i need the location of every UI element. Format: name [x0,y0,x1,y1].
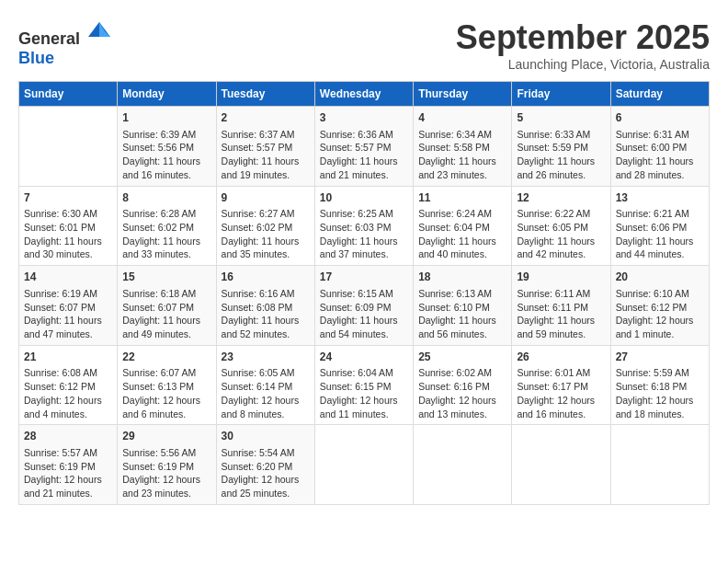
day-number: 26 [517,350,605,365]
week-row-3: 14Sunrise: 6:19 AMSunset: 6:07 PMDayligh… [19,266,710,346]
day-info-line: and 21 minutes. [24,487,112,500]
day-info-line: Sunrise: 6:08 AM [24,366,112,380]
day-info-line: Sunrise: 6:15 AM [320,287,408,301]
week-row-1: 1Sunrise: 6:39 AMSunset: 5:56 PMDaylight… [19,107,710,187]
day-info-line: Daylight: 11 hours [320,155,408,168]
day-info-line: and 40 minutes. [418,247,506,261]
day-info-line: Sunset: 5:58 PM [418,141,506,155]
calendar-cell: 7Sunrise: 6:30 AMSunset: 6:01 PMDaylight… [19,186,118,266]
day-info-line: and 52 minutes. [222,327,310,341]
day-info-line: and 30 minutes. [24,247,112,261]
day-info-line: Sunrise: 6:37 AM [222,128,310,142]
calendar-cell: 16Sunrise: 6:16 AMSunset: 6:08 PMDayligh… [216,266,314,346]
day-info-line: and 28 minutes. [616,168,704,182]
day-info-line: Sunset: 6:19 PM [122,460,210,474]
day-info-line: Sunrise: 6:16 AM [222,287,310,301]
day-info-line: Sunrise: 6:31 AM [616,128,704,142]
day-info-line: Sunset: 6:19 PM [24,460,112,474]
day-info-line: and 42 minutes. [517,247,605,261]
calendar-cell: 29Sunrise: 5:56 AMSunset: 6:19 PMDayligh… [118,425,216,505]
day-info-line: Sunrise: 5:57 AM [24,446,112,460]
logo-blue: Blue [18,49,54,67]
day-info-line: and 35 minutes. [222,247,310,261]
day-info-line: and 33 minutes. [122,247,210,261]
day-number: 11 [418,190,506,206]
day-number: 14 [24,270,112,285]
calendar-cell: 12Sunrise: 6:22 AMSunset: 6:05 PMDayligh… [512,186,610,266]
day-info-line: Sunset: 6:12 PM [24,380,112,394]
day-info-line: and 26 minutes. [517,168,605,182]
day-info-line: Daylight: 11 hours [418,235,506,248]
day-info-line: Daylight: 11 hours [320,314,408,327]
day-info-line: and 16 minutes. [517,408,605,421]
week-row-2: 7Sunrise: 6:30 AMSunset: 6:01 PMDaylight… [19,186,710,266]
day-info-line: Daylight: 11 hours [418,314,506,327]
day-info-line: Sunrise: 6:34 AM [418,128,506,142]
day-info-line: and 13 minutes. [418,408,506,421]
day-info-line: Sunset: 6:20 PM [222,460,310,474]
day-number: 2 [222,110,310,126]
logo: General Blue [18,18,112,68]
day-info-line: Daylight: 12 hours [122,473,210,487]
day-info-line: Sunset: 6:16 PM [418,380,506,394]
day-info-line: Daylight: 12 hours [616,314,704,327]
day-number: 6 [616,110,704,126]
day-info-line: and 19 minutes. [222,168,310,182]
day-info-line: Sunset: 6:00 PM [616,141,704,155]
day-info-line: and 37 minutes. [320,247,408,261]
calendar-cell [414,425,512,505]
day-header-thursday: Thursday [414,82,512,107]
day-info-line: Sunrise: 6:33 AM [517,128,605,142]
title-section: September 2025 Launching Place, Victoria… [456,18,710,72]
day-info-line: Sunrise: 6:27 AM [222,207,310,221]
day-info-line: and 21 minutes. [320,168,408,182]
calendar-cell: 21Sunrise: 6:08 AMSunset: 6:12 PMDayligh… [19,345,118,425]
day-info-line: Daylight: 12 hours [616,394,704,408]
day-number: 9 [222,190,310,206]
day-number: 10 [320,190,408,206]
calendar-cell: 17Sunrise: 6:15 AMSunset: 6:09 PMDayligh… [314,266,413,346]
day-info-line: Sunset: 6:03 PM [320,221,408,235]
calendar-cell: 30Sunrise: 5:54 AMSunset: 6:20 PMDayligh… [216,425,314,505]
day-info-line: and 23 minutes. [418,168,506,182]
week-row-5: 28Sunrise: 5:57 AMSunset: 6:19 PMDayligh… [19,425,710,505]
calendar-cell [314,425,413,505]
day-info-line: Sunrise: 6:13 AM [418,287,506,301]
day-header-sunday: Sunday [19,82,118,107]
day-info-line: and 6 minutes. [122,408,210,421]
day-info-line: Sunset: 6:13 PM [122,380,210,394]
calendar-cell: 26Sunrise: 6:01 AMSunset: 6:17 PMDayligh… [512,345,610,425]
day-number: 24 [320,350,408,365]
calendar-body: 1Sunrise: 6:39 AMSunset: 5:56 PMDaylight… [19,107,710,505]
location-subtitle: Launching Place, Victoria, Australia [456,57,710,72]
week-row-4: 21Sunrise: 6:08 AMSunset: 6:12 PMDayligh… [19,345,710,425]
day-info-line: Daylight: 12 hours [122,394,210,408]
day-info-line: Sunset: 6:12 PM [616,301,704,315]
day-info-line: Sunrise: 6:22 AM [517,207,605,221]
day-number: 25 [418,350,506,365]
day-number: 23 [222,350,310,365]
day-info-line: Sunrise: 6:19 AM [24,287,112,301]
day-info-line: and 1 minute. [616,327,704,341]
day-info-line: Sunset: 6:02 PM [222,221,310,235]
day-info-line: Sunrise: 6:02 AM [418,366,506,380]
day-info-line: Sunrise: 6:01 AM [517,366,605,380]
day-number: 22 [122,350,210,365]
day-info-line: Sunset: 6:02 PM [122,221,210,235]
page-header: General Blue September 2025 Launching Pl… [18,18,710,72]
day-info-line: and 54 minutes. [320,327,408,341]
day-number: 12 [517,190,605,206]
day-number: 4 [418,110,506,126]
day-info-line: Daylight: 12 hours [222,394,310,408]
day-info-line: and 4 minutes. [24,408,112,421]
day-header-friday: Friday [512,82,610,107]
day-info-line: and 18 minutes. [616,408,704,421]
calendar-cell: 6Sunrise: 6:31 AMSunset: 6:00 PMDaylight… [610,107,709,187]
calendar-cell: 19Sunrise: 6:11 AMSunset: 6:11 PMDayligh… [512,266,610,346]
day-number: 15 [122,270,210,285]
day-info-line: Daylight: 12 hours [418,394,506,408]
calendar-cell: 10Sunrise: 6:25 AMSunset: 6:03 PMDayligh… [314,186,413,266]
calendar-cell: 9Sunrise: 6:27 AMSunset: 6:02 PMDaylight… [216,186,314,266]
day-info-line: Sunset: 6:09 PM [320,301,408,315]
day-number: 13 [616,190,704,206]
